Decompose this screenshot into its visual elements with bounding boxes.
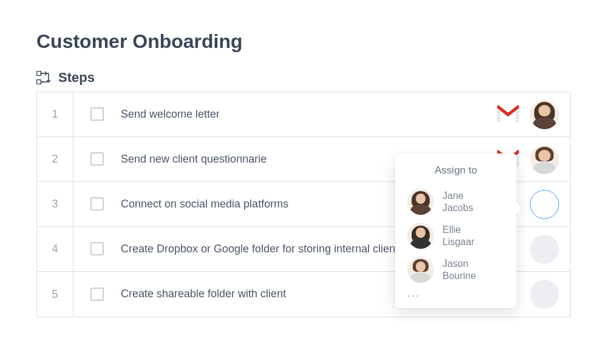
assign-option-avatar [407, 189, 434, 215]
assign-popover-more[interactable]: ... [395, 287, 517, 303]
assign-popover[interactable]: Assign to JaneJacobs EllieLisgaar JasonB… [395, 153, 517, 308]
step-checkbox[interactable] [90, 197, 104, 211]
assign-option[interactable]: EllieLisgaar [395, 219, 517, 253]
assignee-avatar[interactable] [530, 280, 559, 309]
step-checkbox[interactable] [90, 288, 104, 301]
assignee-avatar[interactable] [530, 190, 559, 219]
step-number: 4 [37, 227, 73, 271]
steps-icon [36, 71, 52, 84]
assign-option-name: JasonBourine [443, 258, 476, 281]
svg-rect-0 [37, 72, 41, 76]
assignee-avatar[interactable] [530, 235, 559, 264]
assign-option[interactable]: JaneJacobs [395, 185, 517, 219]
page-title: Customer Onboarding [36, 30, 571, 53]
assign-option[interactable]: JasonBourine [395, 253, 517, 287]
step-right [497, 100, 570, 129]
step-right [530, 280, 570, 309]
table-row: 1Send welcome letter [37, 92, 570, 137]
step-number: 3 [37, 182, 73, 226]
step-checkbox[interactable] [90, 107, 104, 121]
assignee-avatar[interactable] [530, 100, 559, 129]
section-title: Steps [58, 70, 95, 86]
step-main: Send welcome letter [73, 100, 497, 129]
step-number: 1 [37, 92, 73, 136]
step-checkbox[interactable] [90, 242, 104, 255]
svg-rect-1 [37, 80, 41, 84]
assign-option-name: JaneJacobs [443, 190, 473, 213]
assign-option-name: EllieLisgaar [443, 224, 474, 247]
assign-popover-title: Assign to [395, 164, 517, 177]
gmail-icon[interactable] [497, 105, 519, 124]
assignee-avatar[interactable] [530, 145, 559, 174]
section-header: Steps [36, 70, 571, 86]
step-number: 5 [37, 272, 73, 317]
step-checkbox[interactable] [90, 152, 104, 166]
step-number: 2 [37, 137, 73, 181]
assign-option-avatar [407, 223, 434, 249]
step-right [530, 190, 570, 219]
assign-option-avatar [407, 257, 434, 283]
step-label[interactable]: Send welcome letter [121, 100, 480, 129]
step-right [530, 235, 570, 264]
